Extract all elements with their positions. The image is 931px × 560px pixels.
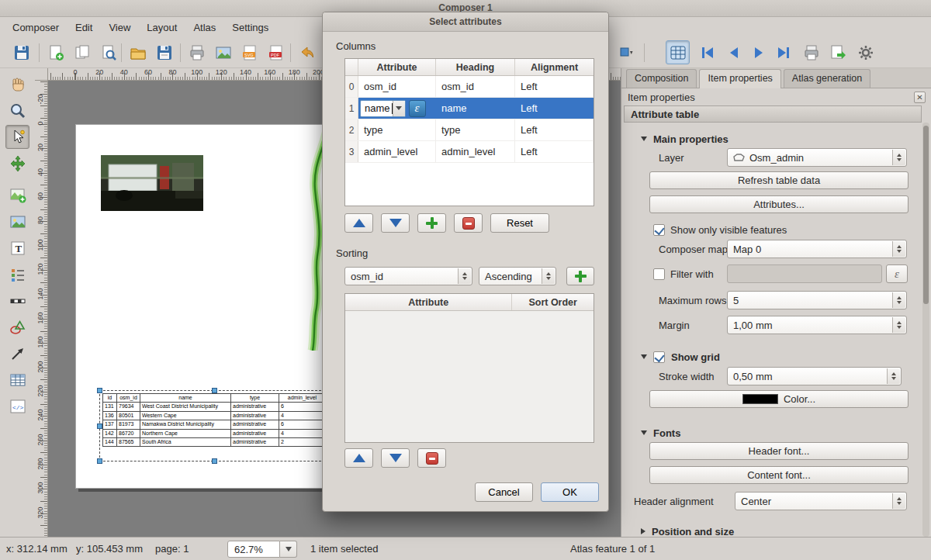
add-legend-tool-button[interactable] — [5, 262, 29, 286]
add-label-tool-button[interactable]: T — [5, 236, 29, 260]
cell-alignment[interactable]: Left — [515, 141, 594, 162]
column-remove-button[interactable] — [454, 213, 483, 233]
alignment-column-header[interactable]: Alignment — [515, 59, 594, 75]
sorting-order-combo[interactable]: Ascending — [479, 267, 556, 285]
print-button[interactable] — [185, 40, 209, 64]
combo-arrows-icon[interactable] — [892, 493, 905, 509]
header-alignment-combo[interactable]: Center — [735, 492, 907, 510]
canvas-attribute-table[interactable]: idosm_idnametypeadmin_level13179634West … — [102, 393, 326, 447]
cancel-button[interactable]: Cancel — [475, 482, 533, 502]
margin-spinbox[interactable]: 1,00 mm — [727, 316, 907, 334]
fonts-section[interactable]: Fonts — [624, 423, 922, 443]
cell-attribute[interactable]: osm_id — [358, 76, 436, 97]
filter-expression-button[interactable]: ε — [886, 264, 908, 283]
spin-arrows-icon[interactable] — [887, 368, 900, 384]
attributes-button[interactable]: Attributes... — [649, 195, 909, 213]
add-map-tool-button[interactable] — [5, 183, 29, 207]
sort-move-down-button[interactable] — [381, 448, 410, 468]
tab-atlas-generation[interactable]: Atlas generation — [784, 69, 870, 88]
zoom-dropdown-button[interactable] — [280, 541, 297, 558]
dropdown-arrow-icon[interactable] — [393, 101, 405, 116]
menu-edit[interactable]: Edit — [69, 19, 102, 36]
ok-button[interactable]: OK — [541, 482, 599, 502]
header-font-button[interactable]: Header font... — [649, 442, 909, 460]
column-move-down-button[interactable] — [381, 213, 410, 233]
spin-arrows-icon[interactable] — [892, 292, 905, 308]
sort-remove-button[interactable] — [417, 448, 446, 468]
export-image-button[interactable] — [211, 40, 235, 64]
attribute-column-header[interactable]: Attribute — [358, 59, 436, 75]
columns-row-3[interactable]: 3 admin_level admin_level Left — [345, 141, 594, 163]
page-photo-item[interactable] — [101, 155, 203, 211]
attribute-table-item[interactable]: idosm_idnametypeadmin_level13179634West … — [99, 390, 329, 461]
atlas-previous-feature-button[interactable] — [722, 40, 746, 64]
resize-handle-n[interactable] — [212, 388, 217, 393]
atlas-first-feature-button[interactable] — [695, 40, 719, 64]
cell-attribute[interactable]: type — [358, 119, 436, 140]
add-attribute-table-tool-button[interactable] — [5, 368, 29, 392]
combo-arrows-icon[interactable] — [892, 241, 905, 257]
columns-row-0[interactable]: 0 osm_id osm_id Left — [345, 76, 594, 98]
combo-arrows-icon[interactable] — [458, 268, 471, 284]
sorting-add-button[interactable] — [566, 267, 594, 285]
dialog-titlebar[interactable]: Select attributes — [323, 12, 608, 32]
tab-composition[interactable]: Composition — [626, 69, 697, 88]
filter-with-checkbox[interactable] — [653, 268, 665, 280]
save-as-template-button[interactable] — [152, 40, 176, 64]
atlas-settings-button[interactable] — [853, 40, 877, 64]
attribute-edit-combo[interactable]: name — [360, 100, 406, 117]
zoom-tool-button[interactable] — [5, 99, 29, 123]
resize-handle-nw[interactable] — [97, 388, 102, 393]
panel-scrollbar[interactable] — [922, 123, 929, 537]
panel-close-icon[interactable]: ✕ — [914, 92, 926, 103]
sort-attribute-header[interactable]: Attribute — [345, 294, 512, 310]
columns-row-1-selected[interactable]: 1 name ε name Left — [345, 98, 594, 119]
export-atlas-button[interactable] — [825, 40, 850, 64]
refresh-table-data-button[interactable]: Refresh table data — [649, 171, 909, 189]
cell-heading[interactable]: osm_id — [436, 76, 515, 97]
grid-color-button[interactable]: Color... — [649, 390, 909, 408]
resize-handle-w[interactable] — [97, 423, 102, 429]
menu-composer[interactable]: Composer — [6, 19, 69, 36]
menu-atlas[interactable]: Atlas — [187, 19, 226, 36]
show-grid-section[interactable]: Show grid — [624, 347, 922, 367]
cell-alignment[interactable]: Left — [515, 76, 594, 97]
tab-item-properties[interactable]: Item properties — [699, 69, 780, 88]
menu-layout[interactable]: Layout — [140, 19, 187, 36]
add-html-tool-button[interactable]: </> — [5, 394, 29, 418]
show-grid-checkbox[interactable] — [653, 351, 665, 363]
save-project-button[interactable] — [9, 40, 33, 64]
select-move-item-tool-button[interactable] — [5, 125, 29, 149]
cell-alignment[interactable]: Left — [515, 119, 594, 140]
sort-move-up-button[interactable] — [344, 448, 373, 468]
add-image-tool-button[interactable] — [5, 209, 29, 233]
add-arrow-tool-button[interactable] — [5, 341, 29, 365]
composer-manager-button[interactable] — [96, 40, 120, 64]
expression-button[interactable]: ε — [409, 100, 426, 117]
heading-column-header[interactable]: Heading — [436, 59, 515, 75]
content-font-button[interactable]: Content font... — [649, 466, 909, 484]
atlas-last-feature-button[interactable] — [771, 40, 795, 64]
attribute-edit-value[interactable]: name — [361, 102, 392, 114]
print-atlas-button[interactable] — [799, 40, 823, 64]
undo-button[interactable] — [295, 40, 319, 64]
cell-attribute[interactable]: admin_level — [358, 141, 436, 162]
position-size-section[interactable]: Position and size — [624, 521, 922, 537]
resize-handle-sw[interactable] — [97, 458, 102, 464]
column-add-button[interactable] — [417, 213, 446, 233]
cell-alignment[interactable]: Left — [515, 98, 594, 119]
combo-arrows-icon[interactable] — [892, 150, 905, 165]
add-scalebar-tool-button[interactable] — [5, 289, 29, 313]
atlas-next-feature-button[interactable] — [746, 40, 770, 64]
move-item-content-tool-button[interactable] — [5, 151, 29, 175]
zoom-level-field[interactable]: 62.7% — [227, 541, 280, 558]
show-only-visible-checkbox[interactable] — [653, 224, 665, 236]
atlas-preview-toggle-button[interactable] — [666, 40, 690, 64]
open-template-button[interactable] — [126, 40, 150, 64]
menu-settings[interactable]: Settings — [226, 19, 279, 36]
layer-combo[interactable]: Osm_admin — [727, 148, 907, 167]
duplicate-composition-button[interactable] — [70, 40, 94, 64]
stroke-width-spinbox[interactable]: 0,50 mm — [727, 367, 902, 385]
export-pdf-button[interactable]: PDF — [264, 40, 288, 64]
export-svg-button[interactable]: SVG — [237, 40, 261, 64]
